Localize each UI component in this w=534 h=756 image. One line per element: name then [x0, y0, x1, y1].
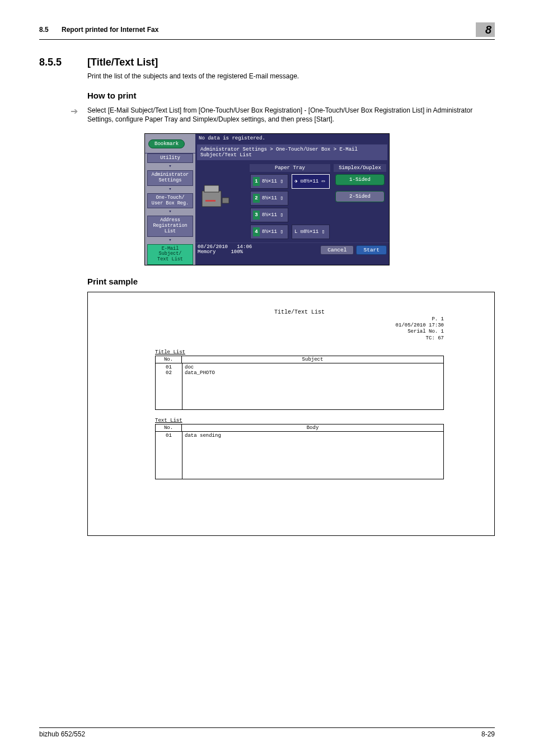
status-text: No data is registered. — [195, 134, 389, 143]
side-onetouch[interactable]: One-Touch/ User Box Reg. — [147, 193, 193, 209]
header-section-number: 8.5 — [39, 26, 49, 34]
svg-rect-2 — [222, 198, 229, 203]
footer-page: 8-29 — [481, 730, 495, 738]
bookmark-button[interactable]: Bookmark — [148, 139, 185, 148]
footer-model: bizhub 652/552 — [39, 730, 85, 738]
col-no: No. — [155, 424, 182, 432]
tray-1[interactable]: 18½×11 ▯ — [250, 174, 288, 189]
col-body: Body — [182, 424, 444, 432]
chevron-down-icon: ▾ — [147, 208, 193, 214]
duplex-label: Simplex/Duplex — [334, 164, 386, 172]
header-section-title: Report printed for Internet Fax — [62, 26, 158, 34]
subsection-number: 8.5.5 — [39, 57, 87, 68]
tray-4[interactable]: 48½×11 ▯ — [250, 225, 288, 239]
arrow-icon: ➔ — [71, 106, 82, 116]
printer-icon — [198, 181, 231, 212]
paper-tray-label: Paper Tray — [250, 164, 330, 172]
cancel-button[interactable]: Cancel — [320, 245, 354, 255]
intro-text: Print the list of the subjects and texts… — [87, 72, 495, 81]
print-sample-heading: Print sample — [87, 277, 495, 286]
tray-bypass[interactable]: ⬗ ⊟8½×11 ▭ — [292, 174, 330, 189]
two-sided-button[interactable]: 2-Sided — [335, 191, 385, 202]
sample-title: Title/Text List — [155, 309, 444, 315]
tray-lct[interactable]: L ⊟8½×11 ▯ — [292, 225, 330, 239]
svg-rect-0 — [202, 191, 221, 207]
chapter-chip: 8 — [476, 22, 495, 37]
print-sample: Title/Text List P. 1 01/05/2010 17:30 Se… — [87, 292, 495, 536]
one-sided-button[interactable]: 1-Sided — [335, 174, 385, 185]
title-list-label: Title List — [155, 349, 444, 355]
text-list-label: Text List — [155, 418, 444, 423]
tray-3[interactable]: 38½×11 ▯ — [250, 208, 288, 222]
side-address[interactable]: Address Registration List — [147, 216, 193, 236]
start-button[interactable]: Start — [356, 245, 387, 255]
howto-heading: How to print — [87, 91, 495, 100]
tray-2[interactable]: 28½×11 ▯ — [250, 191, 288, 206]
chevron-down-icon: ▾ — [147, 237, 193, 243]
col-no: No. — [155, 356, 182, 363]
side-admin[interactable]: Administrator Settings — [147, 170, 193, 186]
side-utility[interactable]: Utility — [147, 153, 193, 164]
chevron-down-icon: ▾ — [147, 186, 193, 192]
svg-rect-3 — [205, 200, 216, 202]
svg-rect-1 — [204, 185, 219, 192]
chevron-down-icon: ▾ — [147, 163, 193, 169]
instruction-text: Select [E-Mail Subject/Text List] from [… — [87, 106, 495, 124]
subsection-title: [Title/Text List] — [87, 57, 158, 68]
side-current[interactable]: E-Mail Subject/ Text List — [147, 244, 193, 265]
operator-panel: Bookmark Utility ▾ Administrator Setting… — [144, 133, 390, 265]
breadcrumb: Administrator Settings > One-Touch/User … — [196, 144, 388, 161]
col-subject: Subject — [182, 356, 444, 363]
